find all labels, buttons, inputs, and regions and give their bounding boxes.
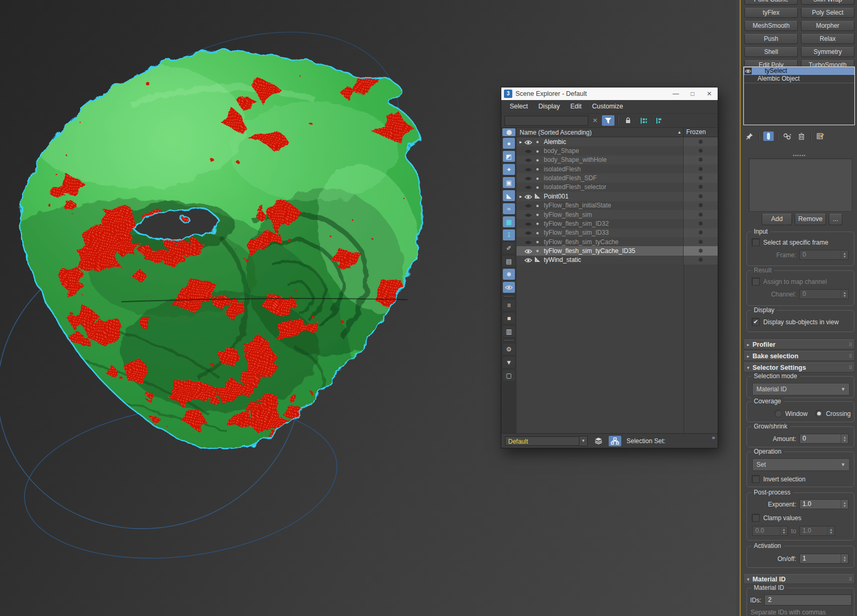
make-unique-button[interactable] (782, 131, 793, 141)
visibility-toggle[interactable] (524, 139, 532, 145)
rollout-profiler[interactable]: ▸Profiler⠿ (743, 339, 855, 349)
menu-select[interactable]: Select (504, 100, 533, 113)
exponent-spinner[interactable]: 1.0 ▲▼ (799, 499, 849, 509)
modifier-button-tyflex[interactable]: tyFlex (744, 8, 798, 18)
filter-lights-button[interactable]: ✦ (503, 164, 515, 175)
filter-containers-button[interactable]: ▤ (503, 256, 515, 267)
minimize-button[interactable]: — (667, 87, 684, 100)
scene-row-isolatedFlesh_selector[interactable]: ●isolatedFlesh_selector❅ (517, 183, 718, 192)
object-name[interactable]: tyFlow_flesh_sim (544, 211, 592, 218)
visibility-toggle[interactable] (524, 148, 532, 153)
filter-particles-button[interactable]: ❅ (503, 269, 515, 280)
object-name[interactable]: tyFlow_flesh_sim_ID33 (544, 229, 609, 236)
scene-row-tyWind_static[interactable]: tyWind_static❅ (517, 256, 718, 265)
visibility-toggle[interactable] (524, 212, 532, 217)
modifier-button-relax[interactable]: Relax (801, 34, 854, 44)
stack-item-alembic-object[interactable]: Alembic Object (744, 75, 854, 83)
row-name-cell[interactable]: ●body_Shape (517, 146, 684, 155)
column-options-button[interactable] (502, 128, 515, 136)
row-name-cell[interactable]: tyWind_static (517, 256, 684, 265)
object-name[interactable]: tyFlow_flesh_sim_tyCache_ID35 (544, 247, 635, 255)
row-name-cell[interactable]: ●tyFlow_flesh_sim_ID32 (517, 219, 684, 228)
scene-row-Alembic[interactable]: ▸●Alembic❅ (517, 137, 718, 146)
frozen-cell[interactable]: ❅ (684, 228, 718, 237)
remove-button[interactable]: Remove (795, 214, 826, 225)
frame-spinner[interactable]: 0 ▲▼ (799, 250, 849, 260)
frozen-cell[interactable]: ❅ (684, 156, 718, 164)
panel-divider[interactable] (740, 0, 741, 616)
filter-button[interactable] (602, 115, 614, 126)
view-layers-button[interactable]: ≡ (503, 300, 515, 311)
menu-edit[interactable]: Edit (565, 100, 587, 113)
visibility-toggle[interactable] (524, 230, 532, 235)
object-name[interactable]: tyFlow_flesh_sim_tyCache (544, 238, 619, 246)
modifier-button-meshsmooth[interactable]: MeshSmooth (744, 21, 798, 31)
filter-spacewarps-button[interactable]: ≈ (503, 203, 515, 214)
row-name-cell[interactable]: ●isolatedFlesh (517, 164, 684, 173)
row-name-cell[interactable]: ●tyFlow_flesh_sim (517, 210, 684, 219)
advanced-filter-button[interactable]: ⚙ (503, 344, 515, 355)
object-name[interactable]: isolatedFlesh_selector (544, 183, 606, 191)
view-properties-button[interactable]: ▥ (503, 326, 515, 337)
object-name[interactable]: body_Shape_withHole (544, 156, 607, 163)
visibility-toggle[interactable] (524, 248, 532, 254)
rollout-bake-selection[interactable]: ▸Bake selection⠿ (743, 351, 855, 361)
scene-row-isolatedFlesh_SDF[interactable]: ●isolatedFlesh_SDF❅ (517, 173, 718, 182)
maximize-button[interactable]: □ (684, 87, 701, 100)
frozen-cell[interactable]: ❅ (684, 173, 718, 182)
frozen-cell[interactable]: ❅ (684, 210, 718, 219)
explorer-preset-combo[interactable]: Default (505, 436, 579, 446)
stack-item-tyselect[interactable]: tySelect (744, 67, 854, 75)
frozen-cell[interactable]: ❅ (684, 201, 718, 210)
frozen-cell[interactable]: ❅ (684, 192, 718, 201)
row-name-cell[interactable]: ●isolatedFlesh_selector (517, 183, 684, 192)
show-end-result-button[interactable] (763, 131, 774, 141)
visibility-toggle[interactable] (524, 175, 532, 181)
lock-selection-button[interactable] (622, 115, 634, 126)
preset-dropdown-icon[interactable]: ▼ (579, 436, 588, 446)
scene-row-body_Shape[interactable]: ●body_Shape❅ (517, 146, 718, 155)
modifier-button-poly-select[interactable]: Poly Select (801, 8, 854, 18)
object-name[interactable]: Point001 (544, 193, 568, 200)
menu-customize[interactable]: Customize (587, 100, 628, 113)
row-name-cell[interactable]: ●isolatedFlesh_SDF (517, 173, 684, 182)
modifier-button-symmetry[interactable]: Symmetry (801, 47, 854, 57)
visibility-toggle[interactable] (524, 157, 532, 162)
visibility-toggle[interactable] (524, 184, 532, 190)
expand-arrow-icon[interactable]: ▸ (518, 139, 523, 145)
object-name[interactable]: tyFlow_flesh_initialState (544, 202, 611, 209)
frozen-cell[interactable]: ❅ (684, 164, 718, 173)
visibility-toggle[interactable] (524, 221, 532, 226)
channel-spinner[interactable]: 0 ▲▼ (799, 289, 849, 299)
frozen-column-header[interactable]: Frozen (684, 128, 718, 137)
scene-row-isolatedFlesh[interactable]: ●isolatedFlesh❅ (517, 164, 718, 173)
clamp-to-spinner[interactable]: 1.0 ▲▼ (799, 526, 835, 536)
object-name[interactable]: tyFlow_flesh_sim_ID32 (544, 220, 609, 227)
display-mode-layers-button[interactable] (592, 436, 605, 446)
visibility-toggle[interactable] (524, 257, 532, 262)
frozen-cell[interactable]: ❅ (684, 146, 718, 155)
modifier-button-skin-wrap[interactable]: Skin Wrap (801, 0, 854, 5)
name-column-header[interactable]: Name (Sorted Ascending) ▲ (517, 128, 684, 137)
row-name-cell[interactable]: ▸Point001 (517, 192, 684, 201)
rollout-material-id[interactable]: ▾Material ID⠿ (743, 574, 855, 584)
pin-stack-button[interactable] (744, 131, 755, 141)
add-button[interactable]: Add (762, 214, 792, 225)
configure-modifier-sets-button[interactable] (815, 131, 826, 141)
row-name-cell[interactable]: ●tyFlow_flesh_sim_tyCache (517, 237, 684, 246)
filter-hidden-button[interactable] (503, 282, 515, 293)
scene-row-body_Shape_withHole[interactable]: ●body_Shape_withHole❅ (517, 156, 718, 164)
visibility-toggle[interactable] (524, 194, 532, 199)
scene-row-tyFlow_flesh_sim[interactable]: ●tyFlow_flesh_sim❅ (517, 210, 718, 219)
view-materials-button[interactable]: ■ (503, 313, 515, 324)
visibility-toggle[interactable] (524, 239, 532, 245)
expand-arrow-icon[interactable]: ▸ (518, 194, 523, 199)
collapse-hierarchy-button[interactable] (653, 115, 666, 126)
toolbar-overflow-icon[interactable]: » (712, 434, 715, 441)
scene-row-tyFlow_flesh_sim_ID32[interactable]: ●tyFlow_flesh_sim_ID32❅ (517, 219, 718, 228)
scene-row-tyFlow_flesh_sim_tyCache_ID35[interactable]: ●tyFlow_flesh_sim_tyCache_ID35❅ (517, 246, 718, 255)
row-name-cell[interactable]: ●body_Shape_withHole (517, 156, 684, 164)
custom-filter-button[interactable]: ▼ (503, 357, 515, 368)
row-name-cell[interactable]: ●tyFlow_flesh_sim_tyCache_ID35 (517, 246, 684, 255)
clear-search-icon[interactable]: ✕ (591, 117, 599, 124)
